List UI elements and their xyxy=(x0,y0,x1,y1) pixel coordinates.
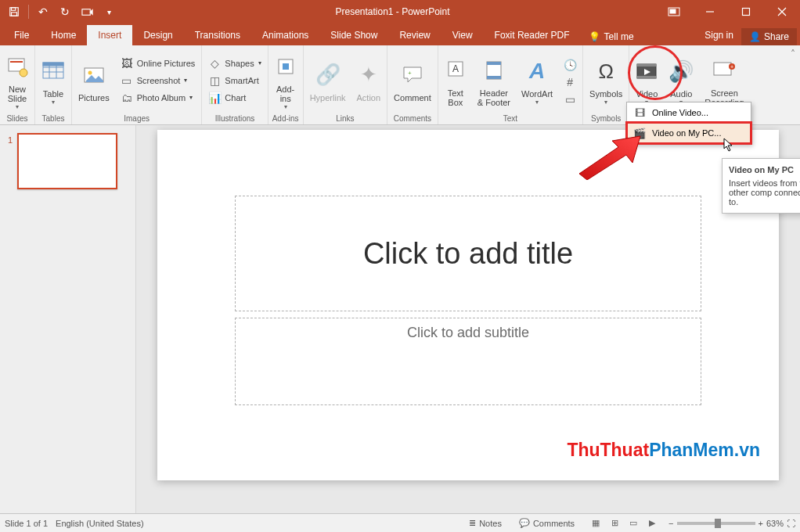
slide[interactable]: Click to add title Click to add subtitle… xyxy=(157,130,779,480)
svg-rect-28 xyxy=(487,76,501,79)
screen-recording-icon: + xyxy=(712,54,736,87)
photo-album-button[interactable]: 🗂Photo Album▾ xyxy=(117,90,199,106)
watermark: ThuThuatPhanMem.vn xyxy=(567,440,760,461)
chart-button[interactable]: 📊Chart xyxy=(205,90,264,106)
minimize-button[interactable] xyxy=(692,0,728,23)
screenshot-button[interactable]: ▭Screenshot▾ xyxy=(117,73,199,88)
object-button[interactable]: ▭ xyxy=(560,92,579,107)
online-pictures-button[interactable]: 🖼Online Pictures xyxy=(117,56,199,71)
thumbnail-number: 1 xyxy=(8,133,13,189)
slide-thumbnail[interactable]: 1 xyxy=(0,133,135,189)
wordart-button[interactable]: AWordArt▾ xyxy=(517,48,557,113)
zoom-out-button[interactable]: − xyxy=(668,519,673,528)
sign-in-link[interactable]: Sign in xyxy=(697,25,741,45)
audio-icon: 🔊 xyxy=(668,55,694,88)
quick-access-toolbar: ↶ ↻ ▾ xyxy=(0,2,123,21)
online-pictures-icon: 🖼 xyxy=(121,57,133,70)
save-icon[interactable] xyxy=(5,2,23,21)
new-slide-button[interactable]: New Slide▾ xyxy=(2,48,33,113)
table-icon xyxy=(41,55,65,88)
svg-rect-32 xyxy=(714,63,731,75)
svg-point-20 xyxy=(88,70,92,74)
shapes-icon: ◇ xyxy=(208,57,221,70)
tooltip: Video on My PC Insert videos from from o… xyxy=(722,158,800,214)
new-slide-icon xyxy=(6,50,28,83)
undo-icon[interactable]: ↶ xyxy=(34,2,52,21)
share-icon: 👤 xyxy=(749,31,761,42)
slide-number-button[interactable]: # xyxy=(560,74,579,90)
zoom-slider[interactable] xyxy=(677,522,755,525)
notes-button[interactable]: ≣Notes xyxy=(464,518,506,528)
slide-thumbnails-panel[interactable]: 1 xyxy=(0,125,136,513)
tab-view[interactable]: View xyxy=(441,25,484,45)
slide-sorter-view-button[interactable]: ⊞ xyxy=(606,516,623,530)
online-video-item[interactable]: 🎞Online Video... xyxy=(627,102,751,123)
zoom-percent[interactable]: 63% xyxy=(766,519,784,528)
tell-me-search[interactable]: 💡Tell me xyxy=(581,28,642,45)
svg-point-12 xyxy=(20,69,27,77)
smartart-icon: ◫ xyxy=(208,74,221,87)
share-button[interactable]: 👤Share xyxy=(741,28,797,45)
tab-slideshow[interactable]: Slide Show xyxy=(319,25,388,45)
slide-number-icon: # xyxy=(564,76,576,88)
tab-design[interactable]: Design xyxy=(132,25,183,45)
textbox-button[interactable]: AText Box xyxy=(440,48,471,113)
ribbon-tabs: File Home Insert Design Transitions Anim… xyxy=(0,23,800,45)
tooltip-text: Insert videos from from other comp conne… xyxy=(729,178,800,207)
hyperlink-icon: 🔗 xyxy=(315,59,341,92)
header-footer-button[interactable]: Header & Footer xyxy=(473,48,515,113)
action-button: ✦Action xyxy=(352,48,386,113)
subtitle-placeholder[interactable]: Click to add subtitle xyxy=(235,318,701,405)
action-icon: ✦ xyxy=(360,59,377,92)
language-indicator[interactable]: English (United States) xyxy=(56,519,144,528)
reading-view-button[interactable]: ▭ xyxy=(625,516,642,530)
date-time-icon: 🕓 xyxy=(564,59,576,71)
slide-counter[interactable]: Slide 1 of 1 xyxy=(5,519,48,528)
tab-foxit[interactable]: Foxit Reader PDF xyxy=(484,25,581,45)
screenshot-icon: ▭ xyxy=(121,74,133,87)
fit-to-window-button[interactable]: ⛶ xyxy=(787,519,795,528)
title-placeholder[interactable]: Click to add title xyxy=(235,196,701,311)
smartart-button[interactable]: ◫SmartArt xyxy=(205,73,264,88)
tab-review[interactable]: Review xyxy=(388,25,441,45)
svg-rect-3 xyxy=(81,9,89,15)
svg-rect-7 xyxy=(743,9,750,16)
wordart-icon: A xyxy=(529,55,545,88)
comment-button[interactable]: +Comment xyxy=(389,48,436,113)
thumbnail-preview[interactable] xyxy=(17,133,117,189)
textbox-icon: A xyxy=(445,54,466,87)
date-time-button[interactable]: 🕓 xyxy=(560,57,579,73)
pictures-button[interactable]: Pictures xyxy=(74,48,114,113)
shapes-button[interactable]: ◇Shapes▾ xyxy=(205,56,264,71)
tab-insert[interactable]: Insert xyxy=(87,25,132,45)
addins-button[interactable]: Add- ins▾ xyxy=(270,48,301,113)
tab-animations[interactable]: Animations xyxy=(251,25,319,45)
svg-rect-11 xyxy=(10,61,23,63)
qat-customize-icon[interactable]: ▾ xyxy=(99,2,118,21)
comments-button[interactable]: 💬Comments xyxy=(514,518,579,528)
start-from-beginning-icon[interactable] xyxy=(77,2,96,21)
workspace: 1 Click to add title Click to add subtit… xyxy=(0,125,800,513)
redo-icon[interactable]: ↻ xyxy=(56,2,74,21)
online-video-icon: 🎞 xyxy=(633,106,646,119)
maximize-button[interactable] xyxy=(728,0,764,23)
table-button[interactable]: Table▾ xyxy=(37,48,70,113)
tab-home[interactable]: Home xyxy=(40,25,87,45)
window-title: Presentation1 - PowerPoint xyxy=(123,6,662,17)
svg-text:+: + xyxy=(730,64,733,70)
tab-file[interactable]: File xyxy=(3,25,40,45)
symbols-button[interactable]: ΩSymbols▾ xyxy=(585,48,627,113)
close-button[interactable] xyxy=(764,0,800,23)
collapse-ribbon-icon[interactable]: ˄ xyxy=(791,49,795,59)
ribbon-display-options-icon[interactable] xyxy=(662,2,686,21)
zoom-in-button[interactable]: + xyxy=(759,519,763,528)
title-bar: ↶ ↻ ▾ Presentation1 - PowerPoint xyxy=(0,0,800,23)
svg-rect-27 xyxy=(487,62,501,65)
slideshow-view-button[interactable]: ▶ xyxy=(643,516,661,530)
normal-view-button[interactable]: ▦ xyxy=(587,516,604,530)
svg-text:+: + xyxy=(408,70,412,77)
tab-transitions[interactable]: Transitions xyxy=(184,25,251,45)
pictures-icon xyxy=(82,59,106,92)
status-bar: Slide 1 of 1 English (United States) ≣No… xyxy=(0,513,800,532)
lightbulb-icon: 💡 xyxy=(589,31,600,42)
